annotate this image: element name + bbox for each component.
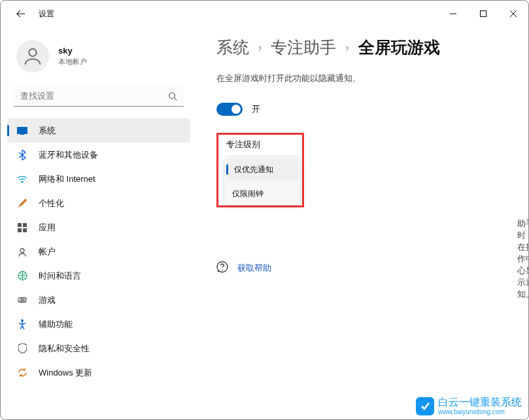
account-icon xyxy=(16,246,28,258)
user-name: sky xyxy=(58,46,87,56)
display-icon xyxy=(16,125,28,137)
svg-rect-4 xyxy=(20,134,24,135)
shield-icon xyxy=(16,343,28,355)
nav-label: 隐私和安全性 xyxy=(39,343,90,355)
help-icon xyxy=(216,261,228,275)
nav-label: Windows 更新 xyxy=(39,367,92,379)
sidebar-item-gaming[interactable]: 游戏 xyxy=(1,288,197,312)
chevron-right-icon: › xyxy=(345,42,349,54)
nav-label: 应用 xyxy=(39,222,56,234)
svg-point-10 xyxy=(20,249,24,253)
nav-label: 系统 xyxy=(39,125,56,137)
nav: 系统 蓝牙和其他设备 网络和 Internet 个性化 应用 帐户 xyxy=(1,114,197,385)
breadcrumb: 系统 › 专注助手 › 全屏玩游戏 xyxy=(216,37,509,58)
gamepad-icon xyxy=(16,294,28,306)
chevron-right-icon: › xyxy=(258,42,262,54)
minimize-icon xyxy=(450,10,456,17)
search-box[interactable] xyxy=(14,86,184,107)
user-type: 本地帐户 xyxy=(58,57,87,67)
svg-point-5 xyxy=(22,182,23,183)
svg-rect-6 xyxy=(18,223,22,227)
svg-point-14 xyxy=(25,300,26,301)
bluetooth-icon xyxy=(16,149,28,161)
sidebar-item-privacy[interactable]: 隐私和安全性 xyxy=(1,336,197,360)
watermark-brand: 白云一键重装系统 xyxy=(438,396,522,408)
nav-label: 蓝牙和其他设备 xyxy=(39,149,98,161)
svg-rect-0 xyxy=(481,11,486,17)
breadcrumb-current: 全屏玩游戏 xyxy=(358,37,440,58)
sidebar-item-accessibility[interactable]: 辅助功能 xyxy=(1,312,197,336)
window-title: 设置 xyxy=(39,9,54,20)
person-icon xyxy=(22,45,44,67)
page-description: 在全屏游戏时打开此功能以隐藏通知。 xyxy=(216,73,509,84)
dropdown-option-priority[interactable]: 仅优先通知 xyxy=(226,158,298,181)
section-label: 专注级别 xyxy=(218,139,302,156)
sidebar-item-personalization[interactable]: 个性化 xyxy=(1,191,197,215)
nav-label: 帐户 xyxy=(39,246,56,258)
sidebar: sky 本地帐户 系统 蓝牙和其他设备 网络和 Internet xyxy=(1,27,197,419)
close-button[interactable] xyxy=(498,3,528,24)
nav-label: 网络和 Internet xyxy=(39,173,95,185)
minimize-button[interactable] xyxy=(438,3,468,24)
search-input[interactable] xyxy=(20,91,168,101)
svg-rect-3 xyxy=(17,127,27,134)
sidebar-item-system[interactable]: 系统 xyxy=(7,118,190,143)
svg-rect-9 xyxy=(23,228,27,232)
back-button[interactable] xyxy=(15,8,27,20)
watermark-logo-icon xyxy=(416,397,434,415)
option-label: 仅限闹钟 xyxy=(232,188,264,200)
focus-level-section: 专注级别 仅优先通知 仅限闹钟 xyxy=(216,133,304,207)
svg-point-1 xyxy=(29,49,36,56)
nav-label: 游戏 xyxy=(39,294,56,306)
toggle-label: 开 xyxy=(252,103,260,115)
sidebar-item-apps[interactable]: 应用 xyxy=(1,215,197,239)
brush-icon xyxy=(16,198,28,209)
watermark-url: www.baiyunxitong.com xyxy=(438,408,522,415)
breadcrumb-item[interactable]: 系统 xyxy=(216,37,249,58)
breadcrumb-item[interactable]: 专注助手 xyxy=(271,37,336,58)
main-content: 系统 › 专注助手 › 全屏玩游戏 在全屏游戏时打开此功能以隐藏通知。 开 专注… xyxy=(197,27,528,419)
partial-hidden-text: 助手时，在操作中心显示通知。 xyxy=(517,218,529,300)
svg-point-13 xyxy=(24,298,25,300)
svg-rect-7 xyxy=(23,223,27,227)
arrow-left-icon xyxy=(16,9,26,18)
title-bar: 设置 xyxy=(1,1,528,27)
maximize-icon xyxy=(480,10,486,17)
sidebar-item-network[interactable]: 网络和 Internet xyxy=(1,167,197,191)
nav-label: 个性化 xyxy=(39,198,64,209)
get-help-link[interactable]: 获取帮助 xyxy=(237,262,271,274)
update-icon xyxy=(16,367,28,379)
close-icon xyxy=(510,10,517,17)
nav-label: 时间和语言 xyxy=(39,270,81,282)
apps-icon xyxy=(16,222,28,234)
sidebar-item-bluetooth[interactable]: 蓝牙和其他设备 xyxy=(1,143,197,167)
user-block[interactable]: sky 本地帐户 xyxy=(1,40,197,86)
accessibility-icon xyxy=(16,319,28,330)
nav-label: 辅助功能 xyxy=(39,319,73,330)
watermark: 白云一键重装系统 www.baiyunxitong.com xyxy=(416,396,522,415)
focus-level-dropdown[interactable]: 仅优先通知 仅限闹钟 xyxy=(224,156,301,205)
svg-rect-8 xyxy=(18,228,22,232)
globe-clock-icon xyxy=(16,270,28,282)
sidebar-item-accounts[interactable]: 帐户 xyxy=(1,239,197,264)
sidebar-item-update[interactable]: Windows 更新 xyxy=(1,360,197,385)
feature-toggle[interactable] xyxy=(216,103,243,116)
avatar xyxy=(16,40,49,73)
search-icon xyxy=(168,92,177,101)
wifi-icon xyxy=(16,173,28,185)
svg-point-15 xyxy=(21,319,24,322)
dropdown-option-alarms[interactable]: 仅限闹钟 xyxy=(224,183,300,205)
svg-point-2 xyxy=(169,92,175,98)
option-label: 仅优先通知 xyxy=(234,164,273,175)
maximize-button[interactable] xyxy=(468,3,498,24)
svg-point-17 xyxy=(222,269,223,270)
sidebar-item-time[interactable]: 时间和语言 xyxy=(1,264,197,288)
